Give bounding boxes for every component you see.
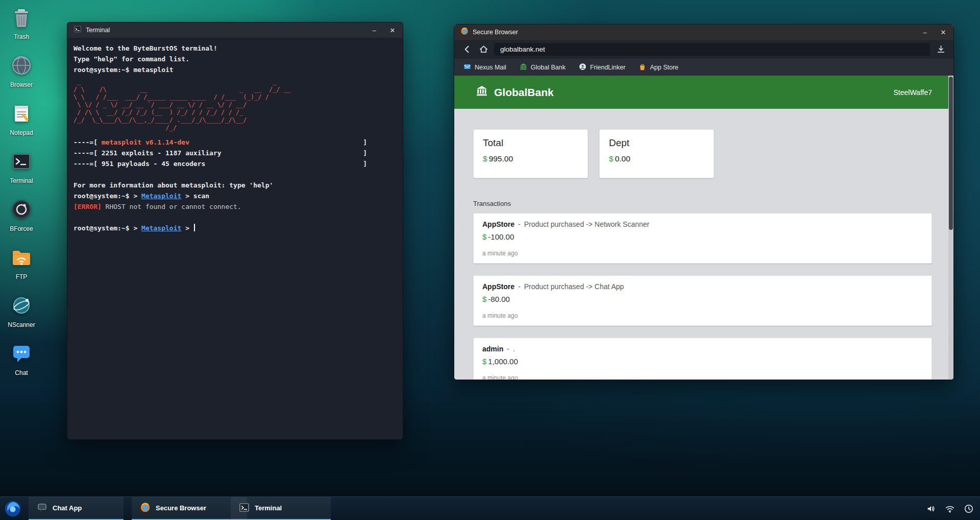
metasploit-payloads-line: ----=[ 951 payloads - 45 encoders ] [74, 158, 367, 169]
friendlinker-icon [579, 63, 586, 72]
taskbar-item-terminal[interactable]: Terminal [231, 497, 331, 520]
desktop-icon-chat[interactable]: Chat [2, 342, 41, 376]
back-button[interactable] [461, 44, 473, 55]
terminal-icon [10, 150, 33, 175]
globalbank-page: GlobalBank SteelWaffe7 Total $995.00 Dep… [454, 76, 953, 380]
taskbar-item-secure-browser[interactable]: Secure Browser [132, 497, 247, 520]
scrollbar-thumb[interactable] [949, 77, 953, 230]
metasploit-exploits-line: ----=[ 2251 exploits - 1187 auxiliary ] [74, 148, 367, 158]
transaction-title: AppStore-Product purchased -> Chat App [482, 282, 923, 291]
globe-icon [10, 54, 33, 79]
browser-window-controls: – ✕ [921, 29, 947, 36]
transaction-time: a minute ago [482, 250, 923, 257]
close-button[interactable]: ✕ [388, 27, 397, 34]
home-button[interactable] [478, 44, 489, 55]
desktop-icon-column: Trash Browser Notepad Terminal BForcee F… [2, 6, 41, 376]
desktop-icon-bforcee[interactable]: BForcee [2, 198, 41, 232]
globalbank-body: Total $995.00 Dept $0.00 Transactions Ap… [454, 109, 948, 380]
terminal-current-prompt-line[interactable]: root@system:~$ > Metasploit > [74, 223, 397, 233]
trash-icon [10, 6, 33, 31]
desktop-icon-browser[interactable]: Browser [2, 54, 41, 88]
terminal-scan-command-line: root@system:~$ > Metasploit > scan [74, 191, 397, 201]
browser-navbar: globalbank.net [454, 40, 953, 59]
bookmark-friendlinker[interactable]: FriendLinker [579, 63, 625, 72]
desktop-icon-label: Chat [15, 369, 28, 376]
card-amount: $0.00 [609, 154, 704, 163]
terminal-error-line: [ERROR] RHOST not found or cannot connec… [74, 201, 397, 212]
terminal-help-line: Type "help" for command list. [74, 54, 397, 64]
terminal-window-title: Terminal [86, 27, 110, 34]
brand-name: GlobalBank [494, 86, 554, 99]
desktop-icon-ftp[interactable]: FTP [2, 246, 41, 280]
bookmark-app-store[interactable]: App Store [639, 63, 678, 72]
minimize-button[interactable]: – [370, 27, 378, 34]
chat-icon [10, 342, 33, 367]
terminal-output[interactable]: Welcome to the ByteBurstOS terminal! Typ… [67, 38, 403, 439]
desktop-icon-label: FTP [16, 273, 28, 280]
transaction-item: admin-. $1,000.00 a minute ago [473, 338, 932, 380]
desktop-icon-terminal[interactable]: Terminal [2, 150, 41, 184]
terminal-metasploit-command-line: root@system:~$ metasploit [74, 64, 397, 75]
wifi-icon[interactable] [945, 504, 955, 514]
taskbar-item-chat-app[interactable]: Chat App [29, 497, 124, 520]
transaction-amount: $-100.00 [482, 232, 923, 241]
bookmark-nexus-mail[interactable]: Nexus Mail [463, 63, 506, 72]
card-title: Total [483, 137, 578, 149]
firefox-icon [140, 502, 151, 514]
taskbar-item-label: Terminal [255, 504, 282, 512]
volume-icon[interactable] [926, 504, 936, 514]
download-button[interactable] [935, 44, 946, 55]
browser-titlebar[interactable]: Secure Browser – ✕ [454, 25, 953, 40]
terminal-icon [74, 25, 82, 35]
transaction-item: AppStore-Product purchased -> Network Sc… [473, 213, 932, 264]
browser-window-title: Secure Browser [473, 29, 518, 36]
url-bar[interactable]: globalbank.net [494, 43, 930, 56]
card-title: Dept [609, 137, 704, 149]
desktop-icon-label: Terminal [10, 177, 33, 184]
bank-icon [520, 63, 527, 72]
page-scrollbar[interactable] [948, 76, 953, 380]
chat-icon [37, 502, 47, 514]
transaction-title: admin-. [482, 345, 923, 353]
network-scanner-icon [10, 294, 33, 319]
transaction-amount: $1,000.00 [482, 357, 923, 366]
notepad-icon [10, 102, 33, 127]
error-tag: [ERROR] [74, 203, 102, 210]
terminal-welcome-line: Welcome to the ByteBurstOS terminal! [74, 43, 397, 54]
desktop-icon-trash[interactable]: Trash [2, 6, 41, 40]
bookmark-global-bank[interactable]: Global Bank [520, 63, 566, 72]
taskbar-item-label: Chat App [53, 504, 82, 512]
bforcee-icon [10, 198, 33, 223]
taskbar-item-label: Secure Browser [156, 504, 206, 512]
taskbar: Chat App Secure Browser Terminal [0, 497, 980, 520]
metasploit-module-link[interactable]: Metasploit [141, 192, 181, 200]
terminal-cursor [194, 224, 195, 231]
terminal-titlebar[interactable]: Terminal – ✕ [67, 22, 403, 38]
desktop-icon-label: Browser [10, 81, 33, 88]
secure-browser-window: Secure Browser – ✕ globalbank.net Nexus … [454, 24, 954, 380]
firefox-icon [460, 27, 469, 37]
transaction-item: AppStore-Product purchased -> Chat App $… [473, 275, 932, 326]
total-balance-card: Total $995.00 [473, 129, 588, 178]
close-button[interactable]: ✕ [939, 29, 947, 36]
terminal-window-controls: – ✕ [370, 27, 397, 34]
summary-cards-row: Total $995.00 Dept $0.00 [473, 129, 948, 178]
bookmarks-bar: Nexus Mail Global Bank FriendLinker App … [454, 59, 953, 76]
desktop-icon-label: BForcee [10, 225, 33, 232]
desktop-icon-label: Notepad [10, 129, 33, 136]
minimize-button[interactable]: – [921, 29, 929, 36]
metasploit-ascii-art: _ _ / \ /\ __ _ __ /_/ __ \ \ / /___ ___… [74, 78, 397, 132]
terminal-icon [239, 502, 250, 514]
metasploit-module-link[interactable]: Metasploit [141, 224, 181, 232]
ftp-folder-icon [10, 246, 33, 271]
desktop-icon-label: NScanner [8, 321, 35, 328]
transactions-heading: Transactions [473, 200, 948, 207]
transaction-amount: $-80.00 [482, 295, 923, 303]
terminal-info-line: For more information about metasploit: t… [74, 180, 397, 191]
logged-in-username: SteelWaffe7 [894, 88, 933, 97]
start-menu-button[interactable] [4, 500, 21, 517]
desktop-icon-notepad[interactable]: Notepad [2, 102, 41, 136]
mail-icon [463, 63, 471, 72]
desktop-icon-nscanner[interactable]: NScanner [2, 294, 41, 328]
clock-icon[interactable] [964, 504, 974, 514]
